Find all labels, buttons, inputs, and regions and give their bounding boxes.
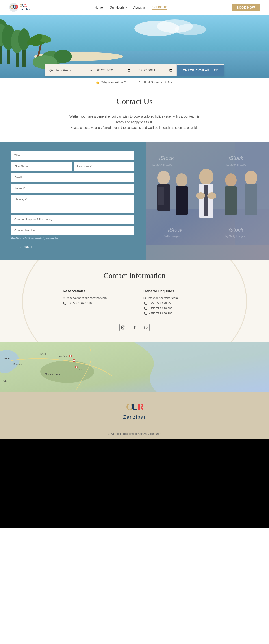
- contact-us-desc-1: Wether you have a general enquiry or wis…: [67, 114, 202, 125]
- country-input[interactable]: [11, 215, 135, 224]
- svg-point-55: [40, 360, 94, 383]
- svg-point-52: [122, 326, 124, 328]
- nav-contact[interactable]: Contact us: [152, 5, 167, 10]
- map-svg: Pete Kitogani Mtule Kuza Cave Muyuni For…: [0, 342, 269, 392]
- svg-text:Uzi: Uzi: [3, 380, 7, 382]
- general-email-item: ✉ info@our-zanzibar.com: [143, 296, 206, 300]
- general-phone-2: +255 773 696 305: [149, 307, 172, 310]
- shield-icon: 🛡: [139, 80, 142, 84]
- form-note: Field Marked with an asterix (*) are req…: [11, 237, 135, 240]
- phone-icon-2: 📞: [143, 302, 147, 305]
- form-container: Title* MrMrsMsDr Field Marked with an as…: [0, 142, 146, 260]
- svg-point-61: [76, 366, 77, 368]
- svg-text:iStock: iStock: [159, 155, 174, 161]
- trust-badge-1: 👍 Why book with us?: [96, 80, 126, 84]
- reservations-column: Reservations ✉ reservation@our-zanzibar.…: [63, 289, 126, 317]
- subject-input[interactable]: [11, 184, 135, 193]
- checkin-date[interactable]: [93, 64, 135, 76]
- svg-text:Muyuni Forest: Muyuni Forest: [45, 373, 61, 376]
- svg-point-42: [207, 192, 216, 199]
- reservations-heading: Reservations: [63, 289, 126, 293]
- email-icon-2: ✉: [143, 296, 146, 300]
- svg-rect-40: [245, 184, 257, 216]
- svg-rect-33: [175, 186, 188, 215]
- logo[interactable]: O U R OUR Zanzibar: [9, 3, 30, 12]
- general-phone-1: +255 773 696 355: [149, 302, 172, 305]
- svg-point-37: [225, 174, 237, 187]
- footer-logo: O U R Zanzibar: [9, 401, 260, 420]
- contact-columns: Reservations ✉ reservation@our-zanzibar.…: [9, 289, 260, 317]
- form-section: Title* MrMrsMsDr Field Marked with an as…: [0, 142, 269, 260]
- logo-icon: O U R: [9, 3, 18, 12]
- navbar: O U R OUR Zanzibar Home Our Hotels About…: [0, 0, 269, 15]
- svg-text:Mtule: Mtule: [40, 352, 46, 355]
- nav-hotels[interactable]: Our Hotels: [110, 6, 127, 9]
- svg-text:iStock: iStock: [229, 155, 244, 161]
- general-phone-2-item: 📞 +255 773 696 305: [143, 307, 206, 310]
- message-input[interactable]: [11, 195, 135, 213]
- general-phone-1-item: 📞 +255 773 696 355: [143, 302, 206, 305]
- svg-point-34: [199, 169, 213, 185]
- last-name-input[interactable]: [74, 162, 135, 171]
- submit-button[interactable]: SUBMIT: [11, 243, 42, 251]
- form-image: iStock by Getty Images iStock by Getty I…: [146, 142, 269, 260]
- thumbs-up-icon: 👍: [96, 80, 100, 84]
- instagram-icon[interactable]: [119, 324, 127, 331]
- reservations-phone: +255 773 696 310: [68, 302, 92, 305]
- check-availability-button[interactable]: CHECK AVAILABILITY: [177, 64, 224, 76]
- svg-point-7: [175, 24, 206, 35]
- phone-icon-3: 📞: [143, 307, 147, 310]
- svg-text:by Getty Images: by Getty Images: [226, 163, 246, 166]
- nav-about[interactable]: About us: [133, 6, 146, 9]
- facebook-icon[interactable]: [131, 324, 138, 331]
- contact-number-input[interactable]: [11, 226, 135, 235]
- svg-text:Getty Images: Getty Images: [164, 235, 180, 238]
- svg-text:Pete: Pete: [5, 357, 10, 360]
- svg-point-39: [245, 171, 257, 185]
- black-section: [0, 438, 269, 528]
- general-email: info@our-zanzibar.com: [148, 296, 178, 300]
- contact-info-divider: [121, 282, 148, 282]
- hotel-select[interactable]: Qambani Resort: [45, 64, 93, 76]
- svg-rect-38: [225, 186, 237, 215]
- reservations-phone-item: 📞 +255 773 696 310: [63, 302, 126, 305]
- reservations-email-item: ✉ reservation@our-zanzibar.com: [63, 296, 126, 300]
- name-row: [11, 162, 135, 171]
- contact-info-section: Contact Information Reservations ✉ reser…: [0, 260, 269, 342]
- email-input[interactable]: [11, 173, 135, 182]
- svg-text:by Getty Images: by Getty Images: [225, 235, 245, 238]
- whatsapp-icon[interactable]: [142, 324, 150, 331]
- contact-info-title: Contact Information: [9, 271, 260, 280]
- map-section: Pete Kitogani Mtule Kuza Cave Muyuni For…: [0, 342, 269, 392]
- svg-point-32: [176, 174, 187, 187]
- footer-logo-section: O U R Zanzibar: [0, 392, 269, 429]
- first-name-input[interactable]: [11, 162, 72, 171]
- svg-point-29: [157, 171, 170, 185]
- book-now-button[interactable]: BOOK NOW: [232, 4, 260, 12]
- reservations-email: reservation@our-zanzibar.com: [67, 296, 107, 300]
- contact-us-section: Contact Us Wether you have a general enq…: [0, 88, 269, 135]
- gold-divider: [121, 109, 148, 109]
- svg-text:Jam: Jam: [77, 368, 82, 371]
- svg-point-53: [124, 326, 124, 326]
- svg-text:R: R: [15, 4, 18, 10]
- general-phone-3: +255 773 696 309: [149, 312, 172, 315]
- general-enquiries-column: General Enquiries ✉ info@our-zanzibar.co…: [143, 289, 206, 317]
- title-select[interactable]: Title* MrMrsMsDr: [11, 151, 135, 160]
- phone-icon-4: 📞: [143, 312, 147, 315]
- general-enquiries-heading: General Enquiries: [143, 289, 206, 293]
- footer-logo-text: Zanzibar: [123, 414, 146, 420]
- trust-badge-2: 🛡 Best Guaranteed Rate: [139, 80, 173, 84]
- svg-point-57: [70, 355, 71, 356]
- svg-point-18: [18, 28, 30, 50]
- team-image: iStock by Getty Images iStock by Getty I…: [146, 142, 269, 260]
- svg-text:Kitogani: Kitogani: [14, 363, 23, 365]
- footer-logo-icon: O U R: [126, 401, 143, 414]
- nav-home[interactable]: Home: [94, 6, 103, 9]
- trust-badges: 👍 Why book with us? 🛡 Best Guaranteed Ra…: [0, 76, 269, 88]
- checkout-date[interactable]: [135, 64, 177, 76]
- contact-us-desc-2: Please choose your preferred method to c…: [67, 125, 202, 130]
- svg-text:iStock: iStock: [168, 227, 183, 233]
- team-svg: iStock by Getty Images iStock by Getty I…: [146, 142, 269, 245]
- svg-text:Kuza Cave: Kuza Cave: [56, 355, 68, 358]
